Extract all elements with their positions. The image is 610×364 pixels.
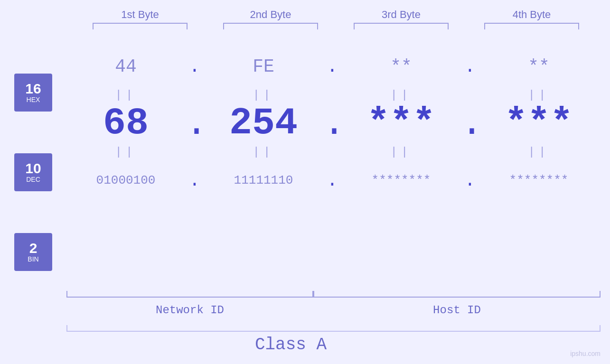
top-bracket-3 <box>354 23 449 29</box>
hex-val-1: 44 <box>66 56 185 77</box>
class-bracket <box>66 325 601 332</box>
bin-val-4: ******** <box>479 173 598 187</box>
sep-1-4: || <box>479 89 598 102</box>
dec-dot-2: . <box>323 102 342 145</box>
bin-badge: 2 BIN <box>14 233 52 271</box>
byte-label-4: 4th Byte <box>479 9 584 21</box>
hex-badge-number: 16 <box>25 82 41 96</box>
top-bracket-1 <box>93 23 188 29</box>
class-label: Class A <box>0 335 582 355</box>
sep-2-3: || <box>342 146 460 159</box>
byte-label-1: 1st Byte <box>88 9 192 21</box>
dec-val-3: *** <box>342 104 460 142</box>
hex-badge-text: HEX <box>27 96 40 104</box>
bin-val-2: 11111110 <box>204 173 323 187</box>
sep-2-4: || <box>479 146 598 159</box>
dec-row: 68 . 254 . *** . *** <box>66 104 601 142</box>
hex-row: 44 . FE . ** . ** <box>66 47 601 85</box>
top-bracket-2 <box>223 23 318 29</box>
main-container: 1st Byte 2nd Byte 3rd Byte 4th Byte 16 H… <box>0 0 610 364</box>
hex-dot-1: . <box>185 56 204 77</box>
sep-1-3: || <box>342 89 460 102</box>
dec-badge-number: 10 <box>25 161 41 176</box>
sep-1-2: || <box>204 89 323 102</box>
network-id-label: Network ID <box>66 304 313 317</box>
byte-label-3: 3rd Byte <box>349 9 453 21</box>
dec-dot-3: . <box>460 102 479 145</box>
dec-val-4: *** <box>479 104 598 142</box>
bin-dot-2: . <box>323 170 342 191</box>
bin-row: 01000100 . 11111110 . ******** . *******… <box>66 161 601 199</box>
labels-row: Network ID Host ID <box>66 304 601 317</box>
top-bracket-4 <box>484 23 579 29</box>
hex-val-3: ** <box>342 56 460 77</box>
dec-val-2: 254 <box>204 104 323 142</box>
host-id-label: Host ID <box>313 304 601 317</box>
sep-1-1: || <box>66 89 185 102</box>
watermark: ipshu.com <box>570 350 601 357</box>
bin-badge-number: 2 <box>29 241 38 255</box>
hex-badge: 16 HEX <box>14 74 52 112</box>
sep-row-2: || || || || <box>66 142 601 161</box>
hex-val-2: FE <box>204 56 323 77</box>
hex-dot-2: . <box>323 56 342 77</box>
host-id-bracket <box>313 291 601 298</box>
bin-dot-1: . <box>185 170 204 191</box>
top-bracket-row <box>75 23 597 29</box>
sep-2-2: || <box>204 146 323 159</box>
bottom-brackets <box>66 291 601 298</box>
bin-dot-3: . <box>460 170 479 191</box>
bin-val-3: ******** <box>342 173 460 187</box>
byte-label-2: 2nd Byte <box>218 9 323 21</box>
network-id-bracket <box>66 291 313 298</box>
badge-column: 16 HEX 10 DEC 2 BIN <box>14 74 52 271</box>
dec-val-1: 68 <box>66 104 185 142</box>
header-row: 1st Byte 2nd Byte 3rd Byte 4th Byte <box>75 9 597 21</box>
sep-2-1: || <box>66 146 185 159</box>
bin-badge-text: BIN <box>28 255 38 263</box>
dec-badge: 10 DEC <box>14 153 52 191</box>
dec-badge-text: DEC <box>26 176 40 184</box>
data-rows: 44 . FE . ** . ** || || || || 68 . 254 .… <box>66 47 601 199</box>
hex-dot-3: . <box>460 56 479 77</box>
bin-val-1: 01000100 <box>66 173 185 187</box>
hex-val-4: ** <box>479 56 598 77</box>
dec-dot-1: . <box>185 102 204 145</box>
